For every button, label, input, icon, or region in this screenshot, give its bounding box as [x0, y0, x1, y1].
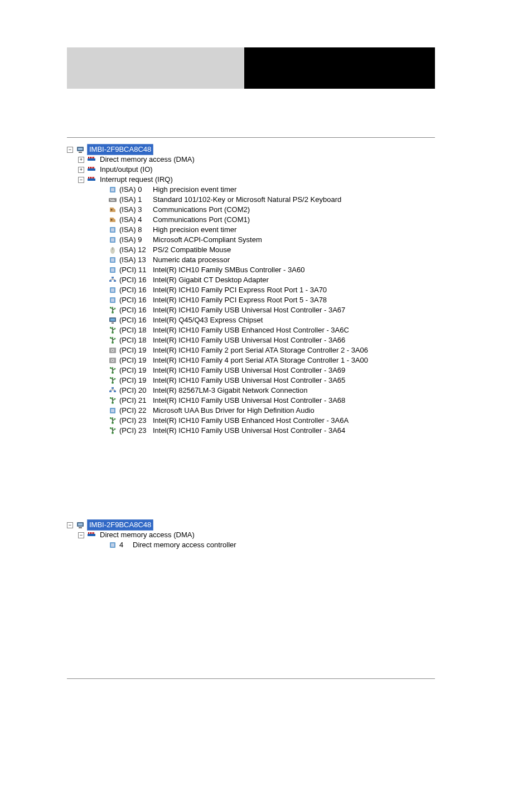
- category-dma-expanded[interactable]: − Direct memory access (DMA): [78, 530, 236, 540]
- svg-rect-87: [90, 532, 91, 534]
- svg-rect-10: [90, 167, 91, 168]
- item-description: Intel(R) ICH10 Family PCI Express Root P…: [153, 295, 327, 305]
- divider-top: [67, 137, 435, 138]
- category-io[interactable]: + Input/output (IO): [78, 165, 368, 175]
- irq-item[interactable]: (ISA) 9Microsoft ACPI-Compliant System: [108, 235, 368, 245]
- irq-item[interactable]: (ISA) 1Standard 101/102-Key or Microsoft…: [108, 195, 368, 205]
- svg-rect-14: [88, 177, 89, 179]
- irq-item[interactable]: (PCI) 19Intel(R) ICH10 Family USB Univer…: [108, 375, 368, 385]
- expand-toggle-icon[interactable]: +: [78, 167, 84, 173]
- irq-item[interactable]: (PCI) 19Intel(R) ICH10 Family 2 port Ser…: [108, 345, 368, 355]
- header-left-block: [67, 47, 244, 89]
- irq-item[interactable]: (PCI) 16Intel(R) ICH10 Family PCI Expres…: [108, 295, 368, 305]
- svg-point-64: [114, 368, 116, 370]
- svg-rect-13: [88, 179, 95, 181]
- svg-rect-36: [111, 268, 114, 272]
- category-label: Interrupt request (IRQ): [98, 175, 175, 185]
- item-slot: (PCI) 23: [119, 426, 153, 436]
- item-slot: (PCI) 18: [119, 325, 153, 335]
- item-description: Microsoft UAA Bus Driver for High Defini…: [153, 406, 315, 416]
- category-icon: [87, 155, 96, 164]
- svg-point-78: [114, 418, 116, 420]
- irq-item[interactable]: (ISA) 4Communications Port (COM1): [108, 215, 368, 225]
- irq-item[interactable]: (PCI) 16Intel(R) Gigabit CT Desktop Adap…: [108, 275, 368, 285]
- irq-item[interactable]: (ISA) 0High precision event timer: [108, 185, 368, 195]
- category-irq[interactable]: − Interrupt request (IRQ): [78, 175, 368, 185]
- usb-icon: [108, 306, 117, 315]
- svg-point-58: [112, 350, 113, 351]
- expand-toggle-icon[interactable]: +: [78, 157, 84, 163]
- svg-rect-28: [111, 228, 114, 232]
- svg-rect-41: [111, 288, 114, 292]
- item-slot: (PCI) 16: [119, 305, 153, 315]
- irq-item[interactable]: (ISA) 13Numeric data processor: [108, 255, 368, 265]
- svg-point-73: [114, 398, 116, 400]
- category-icon: [87, 531, 96, 539]
- svg-rect-9: [88, 167, 89, 168]
- svg-rect-72: [110, 397, 112, 399]
- item-description: Intel(R) 82567LM-3 Gigabit Network Conne…: [153, 385, 307, 396]
- irq-item[interactable]: (PCI) 19Intel(R) ICH10 Family 4 port Ser…: [108, 355, 368, 365]
- svg-point-25: [111, 209, 113, 211]
- dma-item[interactable]: 4 Direct memory access controller: [108, 540, 236, 550]
- svg-rect-7: [93, 157, 94, 158]
- item-description: High precision event timer: [153, 185, 236, 195]
- tree-root[interactable]: − IMBI-2F9BCA8C48: [67, 520, 236, 530]
- irq-item[interactable]: (PCI) 11Intel(R) ICH10 Family SMBus Cont…: [108, 265, 368, 275]
- expand-toggle-icon[interactable]: −: [67, 147, 73, 153]
- svg-point-52: [114, 328, 116, 330]
- irq-item[interactable]: (PCI) 21Intel(R) ICH10 Family USB Univer…: [108, 396, 368, 406]
- svg-rect-38: [114, 280, 116, 282]
- irq-item[interactable]: (PCI) 16Intel(R) ICH10 Family PCI Expres…: [108, 285, 368, 295]
- irq-item[interactable]: (PCI) 16Intel(R) ICH10 Family USB Univer…: [108, 305, 368, 315]
- root-node-label[interactable]: IMBI-2F9BCA8C48: [87, 519, 153, 531]
- item-description: High precision event timer: [153, 225, 236, 235]
- page-header: [67, 47, 435, 89]
- irq-item[interactable]: (PCI) 23Intel(R) ICH10 Family USB Enhanc…: [108, 416, 368, 426]
- item-description: Intel(R) ICH10 Family USB Enhanced Host …: [153, 416, 349, 426]
- item-slot: (PCI) 19: [119, 345, 153, 355]
- divider-bottom: [67, 678, 435, 679]
- irq-item[interactable]: (ISA) 12PS/2 Compatible Mouse: [108, 245, 368, 255]
- usb-icon: [108, 326, 117, 335]
- computer-icon: [76, 521, 85, 529]
- svg-rect-6: [91, 157, 93, 158]
- device-tree-dma: − IMBI-2F9BCA8C48 − Direct memory access…: [67, 520, 236, 550]
- item-slot: (PCI) 19: [119, 375, 153, 385]
- irq-item[interactable]: (PCI) 19Intel(R) ICH10 Family USB Univer…: [108, 365, 368, 375]
- svg-rect-88: [91, 532, 93, 534]
- category-label: Direct memory access (DMA): [98, 530, 196, 540]
- root-node-label[interactable]: IMBI-2F9BCA8C48: [87, 144, 153, 155]
- svg-rect-17: [93, 177, 94, 179]
- tree-root[interactable]: − IMBI-2F9BCA8C48: [67, 144, 368, 155]
- chip-icon: [108, 266, 117, 274]
- item-description: Intel(R) ICH10 Family USB Universal Host…: [153, 375, 345, 385]
- category-dma[interactable]: + Direct memory access (DMA): [78, 155, 368, 165]
- irq-item[interactable]: (PCI) 20Intel(R) 82567LM-3 Gigabit Netwo…: [108, 385, 368, 396]
- irq-item[interactable]: (PCI) 18Intel(R) ICH10 Family USB Univer…: [108, 335, 368, 345]
- item-description: Intel(R) ICH10 Family USB Universal Host…: [153, 426, 345, 436]
- irq-item[interactable]: (PCI) 23Intel(R) ICH10 Family USB Univer…: [108, 426, 368, 436]
- expand-toggle-icon[interactable]: −: [78, 177, 84, 183]
- irq-item[interactable]: (PCI) 18Intel(R) ICH10 Family USB Enhanc…: [108, 325, 368, 335]
- irq-item[interactable]: (ISA) 3Communications Port (COM2): [108, 205, 368, 215]
- svg-rect-91: [111, 543, 114, 547]
- svg-rect-30: [111, 238, 114, 242]
- usb-icon: [108, 426, 117, 435]
- item-slot: (ISA) 1: [119, 195, 153, 205]
- chip-icon: [108, 235, 117, 244]
- irq-item[interactable]: (ISA) 8High precision event timer: [108, 225, 368, 235]
- expand-toggle-icon[interactable]: −: [67, 522, 73, 528]
- item-slot: (ISA) 9: [119, 235, 153, 245]
- item-slot: (PCI) 20: [119, 385, 153, 396]
- svg-rect-84: [79, 527, 82, 528]
- irq-item[interactable]: (PCI) 22Microsoft UAA Bus Driver for Hig…: [108, 406, 368, 416]
- svg-rect-5: [90, 157, 91, 158]
- item-description: PS/2 Compatible Mouse: [153, 245, 231, 255]
- irq-item[interactable]: (PCI) 16Intel(R) Q45/Q43 Express Chipset: [108, 315, 368, 325]
- expand-toggle-icon[interactable]: −: [78, 532, 84, 538]
- svg-rect-68: [109, 391, 112, 392]
- chip-icon: [108, 286, 117, 295]
- svg-rect-1: [78, 148, 83, 150]
- computer-icon: [76, 145, 85, 154]
